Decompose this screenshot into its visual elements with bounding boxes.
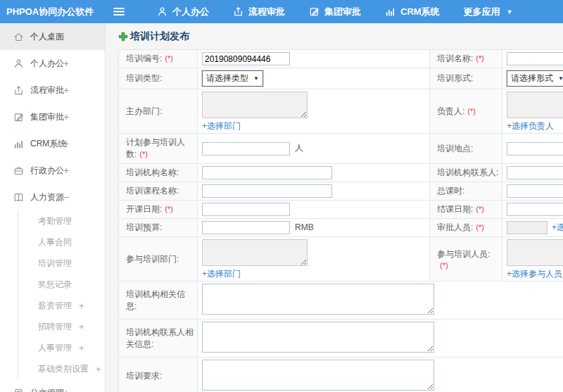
expand-toggle-icon[interactable]: − [63, 191, 69, 203]
participating-departments-textarea[interactable] [202, 239, 308, 266]
org-info-label-cell: 培训机构相关信息: [119, 282, 198, 320]
participating-departments-label-cell: 参与培训部门: [119, 237, 198, 282]
sidebar-subitem-training[interactable]: 培训管理 [18, 253, 105, 274]
total-hours-input[interactable] [507, 184, 563, 198]
select-leader-link[interactable]: +选择负责人 [507, 121, 554, 131]
org-name-input[interactable] [202, 166, 332, 179]
budget-input[interactable] [202, 221, 290, 234]
select-department-link[interactable]: +选择部门 [202, 269, 241, 279]
form-row: 参与培训部门:+选择部门参与培训人员:(*)+选择参与人员 [119, 237, 563, 282]
sidebar-subitem-base-category[interactable]: 基础类别设置+ [18, 358, 105, 379]
end-date-input[interactable] [507, 203, 563, 216]
org-name-label: 培训机构名称: [126, 167, 179, 177]
training-requirements-textarea[interactable] [202, 360, 434, 391]
expand-toggle-icon[interactable]: + [63, 165, 69, 176]
org-contact-info-textarea[interactable] [202, 322, 434, 353]
end-date-label: 结课日期: [437, 204, 473, 214]
select-participants-link[interactable]: +选择参与人员 [507, 269, 562, 279]
required-marker: (*) [476, 54, 484, 63]
training-location-label: 培训地点: [437, 144, 473, 153]
org-contact-input[interactable] [507, 166, 563, 179]
org-contact-info-label: 培训机构联系人相关信息: [126, 327, 194, 349]
training-type-select[interactable]: 请选择类型▼ [202, 70, 263, 87]
sidebar-item-official-document[interactable]: 公文管理+ [0, 379, 105, 392]
course-name-control-cell [198, 182, 430, 201]
budget-unit-suffix: RMB [295, 222, 314, 232]
expand-toggle-icon[interactable]: + [96, 364, 101, 374]
end-date-control-cell [502, 201, 563, 219]
sidebar-item-workflow-approval[interactable]: 流程审批+ [0, 77, 105, 103]
leader-textarea[interactable] [507, 91, 563, 118]
required-marker: (*) [476, 205, 484, 213]
nav-item-label: 更多应用 [464, 6, 500, 18]
training-form-label-cell: 培训形式: [430, 68, 502, 89]
training-requirements-control-cell [198, 358, 563, 392]
expand-toggle-icon[interactable]: + [79, 343, 84, 353]
edit-icon [13, 112, 24, 122]
training-type-label-cell: 培训类型: [119, 68, 198, 89]
sidebar-item-personal-desktop[interactable]: 个人桌面 [0, 23, 105, 50]
participating-departments-control-cell: +选择部门 [198, 237, 430, 282]
expand-toggle-icon[interactable]: + [79, 301, 84, 311]
nav-item-personal-office[interactable]: 个人办公 [145, 0, 221, 23]
training-form-select[interactable]: 请选择形式▼ [507, 70, 563, 87]
training-location-input[interactable] [507, 142, 563, 156]
required-marker: (*) [139, 150, 148, 158]
training-name-label: 培训名称: [437, 53, 473, 63]
course-name-label: 培训课程名称: [126, 186, 179, 196]
budget-label: 培训预算: [126, 222, 162, 232]
expand-toggle-icon[interactable]: + [79, 322, 84, 332]
host-department-textarea[interactable] [202, 91, 308, 118]
expand-toggle-icon[interactable]: + [63, 84, 69, 96]
training-type-select-value: 请选择类型 [206, 72, 248, 84]
expand-toggle-icon[interactable]: + [63, 138, 69, 149]
org-info-textarea[interactable] [202, 284, 434, 315]
caret-down-icon: ▼ [558, 75, 563, 82]
sidebar-item-admin-office[interactable]: 行政办公+ [0, 157, 105, 184]
start-date-input[interactable] [202, 203, 290, 216]
page-title-bar: 培训计划发布 [118, 30, 563, 44]
expand-toggle-icon[interactable]: + [63, 111, 69, 122]
participating-departments-label: 参与培训部门: [126, 254, 179, 264]
sidebar-subitem-hr-contract[interactable]: 人事合同 [18, 232, 105, 253]
sidebar-subitem-attendance[interactable]: 考勤管理 [18, 210, 105, 232]
nav-item-more-apps[interactable]: 更多应用▼ [452, 0, 525, 23]
approvers-input[interactable] [507, 221, 548, 234]
form-row: 培训机构相关信息: [119, 282, 563, 320]
course-name-input[interactable] [202, 184, 332, 198]
training-form-control-cell: 请选择形式▼ [502, 68, 563, 89]
nav-item-crm-system[interactable]: CRM系统 [373, 0, 452, 23]
start-date-label-cell: 开课日期:(*) [119, 201, 198, 219]
sidebar-item-crm-system[interactable]: CRM系统+ [0, 130, 105, 157]
training-name-input[interactable] [507, 52, 563, 65]
sidebar-subitem-reward-record[interactable]: 奖惩记录 [18, 274, 105, 295]
select-approver-link[interactable]: +选择审批人员 [552, 222, 563, 232]
expand-toggle-icon[interactable]: + [63, 58, 69, 69]
chart-icon [13, 139, 24, 149]
training-number-label-cell: 培训编号:(*) [119, 50, 198, 68]
participants-textarea[interactable] [507, 239, 563, 266]
nav-item-label: 个人办公 [172, 6, 209, 18]
planned-participants-input[interactable] [202, 142, 290, 156]
training-number-input[interactable] [202, 52, 290, 65]
sidebar-subitem-personnel[interactable]: 人事管理+ [18, 337, 105, 358]
total-hours-label-cell: 总课时: [430, 182, 502, 201]
sidebar-item-label: 集团审批 [30, 111, 64, 123]
nav-item-group-approval[interactable]: 集团审批 [297, 0, 373, 23]
participants-label: 参与培训人员: [437, 249, 490, 259]
select-department-link[interactable]: +选择部门 [202, 121, 241, 131]
approvers-label-cell: 审批人员:(*) [430, 219, 502, 237]
top-navigation: 个人办公流程审批集团审批CRM系统更多应用▼ [145, 0, 525, 23]
nav-item-workflow-approval[interactable]: 流程审批 [221, 0, 297, 23]
sidebar-item-human-resources[interactable]: 人力资源− [0, 184, 105, 210]
required-marker: (*) [165, 54, 173, 63]
sidebar-subitem-salary[interactable]: 薪资管理+ [18, 295, 105, 316]
book-icon [13, 192, 24, 203]
sidebar-item-personal-office[interactable]: 个人办公+ [0, 50, 105, 77]
caret-down-icon: ▼ [253, 75, 259, 82]
sidebar-subitem-label: 薪资管理 [38, 300, 72, 312]
menu-toggle-button[interactable] [106, 0, 132, 23]
expand-toggle-icon[interactable]: + [63, 387, 69, 392]
sidebar-item-group-approval[interactable]: 集团审批+ [0, 103, 105, 130]
sidebar-subitem-recruitment[interactable]: 招聘管理+ [18, 316, 105, 337]
